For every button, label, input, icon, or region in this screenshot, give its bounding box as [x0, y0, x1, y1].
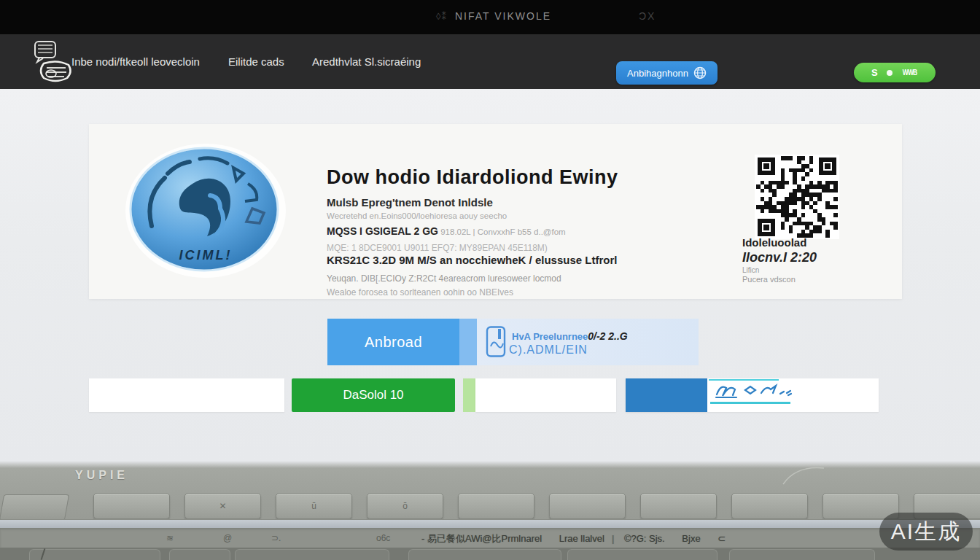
qr-module	[793, 201, 797, 206]
keyboard-key	[731, 493, 808, 519]
keyboard-key	[567, 549, 718, 560]
qr-module	[825, 233, 830, 238]
dollar-icon: S	[871, 67, 878, 78]
keyboard-key: ŭ	[276, 493, 352, 519]
qr-module	[833, 205, 838, 209]
qr-module	[833, 189, 838, 193]
download-alt-line1: HvA Preelunrnee0/-2 2..G	[512, 330, 628, 342]
keyboard-key	[729, 549, 875, 560]
download-primary-strip	[459, 319, 477, 365]
cyan-underline	[710, 402, 790, 404]
strip-text-2: Lrae llalvel	[559, 533, 604, 544]
alt-line1-dark: 0/-2 2..G	[588, 330, 627, 342]
app-root: ◊⁑ NIFAT VIKWOLE ƆΧ Inbe nodi/ftkeoll le…	[0, 0, 980, 560]
qr-module	[789, 156, 793, 160]
green-strip	[463, 378, 475, 412]
strip-icon-3: ⊃.	[271, 533, 281, 543]
download-tile-2[interactable]	[475, 378, 616, 412]
qr-caption-line2: Ilocnv.I 2:20	[742, 250, 817, 265]
nav-item-1[interactable]: Inbe nodi/ftkeoll leovecloin	[71, 34, 200, 89]
ai-watermark-badge: AI生成	[879, 513, 973, 551]
qr-module	[801, 205, 806, 209]
reflection-arc	[782, 464, 825, 486]
keyboard-key	[93, 493, 170, 519]
nav-cta-button[interactable]: Anbihagnhonn	[616, 61, 718, 85]
qr-code	[755, 155, 839, 239]
keyboard-strip-text: - 易已餐似AWi@比Prmlnarel Lrae llalvel| ©?G: …	[421, 532, 726, 545]
qr-module	[801, 213, 806, 217]
strip-text-4: Bjxe	[682, 533, 700, 544]
qr-module	[801, 176, 806, 181]
app-note: Wecretehd en.Eoins000/loehioresa aouy se…	[327, 211, 507, 220]
qr-module	[817, 230, 822, 234]
qr-module	[785, 181, 789, 185]
strip-text-1: - 易已餐似AWi@比Prmlnarel	[421, 533, 542, 544]
qr-module	[805, 172, 809, 176]
qr-caption-line4: Pucera vdscon	[742, 275, 796, 284]
qr-module	[833, 197, 838, 201]
globe-icon	[693, 66, 707, 79]
cyan-accent-line	[709, 379, 779, 381]
download-alt-line2: C).ADML/EIN	[509, 343, 588, 357]
download-green-button[interactable]: DaSolol 10	[292, 378, 455, 412]
qr-module	[781, 225, 785, 230]
qr-module	[833, 213, 838, 217]
keyboard-bottom-row	[0, 548, 980, 560]
topbar-right-glyph: ƆΧ	[639, 10, 656, 22]
keyboard-key: ✕	[184, 493, 261, 519]
app-logo-icon: ICIML!	[122, 139, 289, 283]
spec-line-5: Wealoe forosea to sorlteanen oohin oo NB…	[327, 285, 513, 298]
spec-5-gray: Wealoe forosea to sorlteanen oohin oo NB…	[327, 287, 513, 298]
download-blue-block[interactable]	[626, 378, 707, 412]
topbar-title: NIFAT VIKWOLE	[455, 10, 551, 22]
qr-module	[772, 192, 777, 197]
nav-account-pill[interactable]: S WWB	[854, 63, 936, 82]
qr-module	[785, 217, 789, 222]
qr-finder-icon	[758, 158, 775, 175]
keyboard-brand: YUPIE	[75, 469, 128, 482]
spec-4-gray: Yeuqan. DIB[.ECIOy Z:R2Ct 4eareacrom lur…	[327, 273, 561, 284]
keyboard-photo: YUPIE ✕ŭŏ ≋ @ ⊃. o6c - 易已餐似AWi@比Prmlnare…	[0, 461, 980, 560]
keyboard-key: ŏ	[367, 493, 443, 519]
strip-text-3: ©?G: Sjs.	[624, 533, 665, 544]
strip-icon-1: ≋	[166, 533, 174, 543]
spec-1-gray: 918.02L | ConvxxhF b55 d..@fom	[438, 228, 566, 236]
qr-finder-icon	[758, 219, 775, 236]
spec-line-3: KRS21C 3.2D 9M M/S an nocchiewheK / elus…	[327, 254, 617, 267]
download-alt-panel[interactable]: HvA Preelunrnee0/-2 2..G C).ADML/EIN	[477, 319, 699, 365]
spec-line-2: MQE: 1 8DCE9001 U9011 EFQ7: MY89EPAN 45E…	[327, 241, 548, 254]
download-tile-1[interactable]	[89, 378, 284, 412]
keyboard-key	[0, 494, 69, 521]
spec-2-gray: MQE: 1 8DCE9001 U9011 EFQ7: MY89EPAN 45E…	[327, 243, 548, 253]
download-primary-button[interactable]: Anbroad	[327, 319, 459, 365]
app-subtitle: Mulsb Epreg'tnem Denot Inldsle	[327, 196, 493, 209]
qr-module	[789, 230, 793, 234]
qr-module	[761, 209, 765, 214]
spec-line-1: MQSS I GSIGEAL 2 GG 918.02L | ConvxxhF b…	[327, 225, 566, 238]
app-logo-caption: ICIML!	[179, 248, 233, 262]
spec-line-4: Yeuqan. DIB[.ECIOy Z:R2Ct 4eareacrom lur…	[327, 271, 561, 284]
topbar-prefix-glyph: ◊⁑	[436, 11, 447, 22]
qr-module	[813, 201, 817, 206]
top-bar: ◊⁑ NIFAT VIKWOLE ƆΧ	[0, 0, 980, 34]
strip-icon-4: o6c	[376, 533, 390, 543]
nav-pill-label: WWB	[903, 69, 917, 77]
phone-icon	[486, 326, 508, 358]
qr-caption-line1: Idoleluoolad	[742, 236, 806, 249]
nav-cta-label: Anbihagnhonn	[627, 68, 688, 79]
nav-item-3[interactable]: Aredthvlat Sl.sicraéing	[312, 34, 421, 89]
strip-icon-2: @	[223, 533, 232, 543]
qr-finder-icon	[819, 158, 836, 175]
qr-module	[809, 233, 814, 238]
qr-module	[781, 184, 785, 189]
nav-item-2[interactable]: Eilitde cads	[228, 34, 284, 89]
qr-module	[809, 168, 814, 173]
qr-module	[822, 222, 826, 226]
alt-line1-blue: HvA Preelunrnee	[512, 331, 588, 342]
navbar: Inbe nodi/ftkeoll leovecloin Eilitde cad…	[0, 34, 980, 89]
qr-module	[817, 197, 822, 201]
spec-1-bold: MQSS I GSIGEAL 2 GG	[327, 225, 438, 237]
keyboard-key	[408, 549, 561, 560]
keyboard-label-strip: ≋ @ ⊃. o6c - 易已餐似AWi@比Prmlnarel Lrae lla…	[0, 528, 980, 548]
keyboard-key	[235, 549, 389, 560]
